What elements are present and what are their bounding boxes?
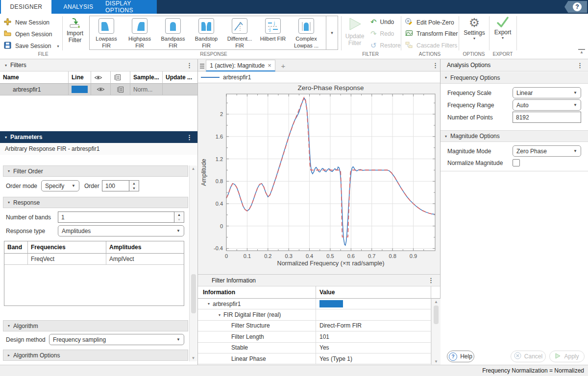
collapse-icon[interactable]: ▾ <box>5 63 7 68</box>
filter-info-row-value[interactable] <box>316 299 431 309</box>
design-method-dropdown[interactable]: Frequency sampling ▼ <box>49 334 184 345</box>
filter-info-row-value[interactable]: Yes <box>316 343 431 353</box>
filter-info-scrollbar[interactable]: ▲▼ <box>431 299 441 365</box>
chart-area[interactable]: 00.10.20.30.40.50.60.70.80.9-0.400.40.81… <box>198 83 440 274</box>
filter-info-col-information[interactable]: Information <box>198 286 316 299</box>
transform-filter-button[interactable]: Transform Filter <box>405 29 458 38</box>
tab-display-options[interactable]: DISPLAY OPTIONS <box>105 0 156 14</box>
normalize-magnitude-checkbox[interactable] <box>513 159 520 166</box>
filter-info-row-info[interactable]: ▾arbrespfir1 <box>198 299 316 309</box>
redo-button[interactable]: ↷ Redo <box>370 30 394 37</box>
tab-designer[interactable]: DESIGNER <box>1 0 51 14</box>
undo-button[interactable]: ↶ Undo <box>370 18 394 25</box>
response-item-highpass[interactable]: HighpassFIR <box>123 18 156 49</box>
algorithm-section-header[interactable]: ▾ Algorithm <box>3 320 188 331</box>
doc-menu-icon[interactable]: ⋮ <box>432 62 439 69</box>
restore-button[interactable]: ↺ Restore <box>370 42 401 49</box>
filter-info-col-value[interactable]: Value <box>316 286 431 299</box>
filters-menu-icon[interactable]: ⋮ <box>186 62 193 69</box>
filter-info-row-info[interactable]: ▾FIR Digital Filter (real) <box>198 309 316 320</box>
filter-info-row-info[interactable]: Filter Structure <box>198 321 316 331</box>
line-color-swatch[interactable] <box>72 86 88 93</box>
new-session-button[interactable]: New Session <box>4 18 49 27</box>
filters-col-header-4[interactable]: Sample... <box>130 71 163 84</box>
filter-info-row-info[interactable]: Filter Length <box>198 331 316 342</box>
response-section-header[interactable]: ▾ Response <box>3 197 188 208</box>
filter-info-row-info[interactable]: Stable <box>198 343 316 353</box>
save-session-button[interactable]: Save Session ▾ <box>4 42 59 50</box>
filters-col-header-0[interactable]: Name <box>0 71 69 84</box>
scroll-up-icon[interactable]: ▲ <box>190 166 197 171</box>
frequency-range-dropdown[interactable]: Auto ▼ <box>513 99 581 111</box>
scroll-down-icon[interactable]: ▼ <box>432 359 441 364</box>
response-item-bandstop[interactable]: BandstopFIR <box>190 18 223 49</box>
settings-button[interactable]: ⚙ Settings ▾ <box>460 16 489 50</box>
frequencies-cell[interactable]: FreqVect <box>28 254 106 265</box>
filter-info-row-value[interactable]: Yes (Type 1) <box>316 353 431 364</box>
save-session-caret-icon[interactable]: ▾ <box>57 44 59 48</box>
filters-col-header-2[interactable] <box>91 71 111 84</box>
response-item-bandpass[interactable]: BandpassFIR <box>156 18 190 49</box>
cancel-button[interactable]: Cancel <box>511 351 546 362</box>
update-filter-button[interactable]: Update Filter <box>342 17 368 49</box>
filters-row-cell-5[interactable] <box>163 84 197 95</box>
response-type-dropdown[interactable]: Amplitudes ▼ <box>58 225 184 236</box>
line-color-swatch[interactable] <box>319 300 343 307</box>
filters-row-cell-4[interactable]: Norm... <box>130 84 163 95</box>
filters-col-header-3[interactable] <box>111 71 130 84</box>
edit-pole-zero-button[interactable]: Edit Pole-Zero <box>405 18 454 27</box>
frequency-options-section-header[interactable]: ▾ Frequency Options <box>441 72 588 84</box>
amplitudes-cell[interactable]: AmplVect <box>106 254 184 265</box>
filters-col-header-5[interactable]: Update ... <box>163 71 197 84</box>
filter-info-row-value[interactable]: Direct-Form FIR <box>316 321 431 331</box>
analysis-options-menu-icon[interactable]: ⋮ <box>577 62 583 69</box>
open-session-button[interactable]: Open Session <box>4 30 52 38</box>
band-cell[interactable] <box>4 254 28 265</box>
response-item-lowpass[interactable]: LowpassFIR <box>90 18 123 49</box>
filters-row-cell-3[interactable] <box>111 84 130 95</box>
filters-row-cell-1[interactable] <box>69 84 91 95</box>
minimize-ribbon-button[interactable]: ▲ <box>578 49 585 55</box>
scroll-thumb[interactable] <box>191 274 196 313</box>
scroll-down-icon[interactable]: ▼ <box>190 356 197 360</box>
number-of-bands-input[interactable]: 1 <box>58 212 174 223</box>
stepper-up-icon[interactable]: ▲ <box>129 181 139 186</box>
import-filter-button[interactable]: Import Filter <box>65 18 85 49</box>
tree-collapse-icon[interactable]: ▾ <box>219 313 220 317</box>
close-icon[interactable]: × <box>268 62 271 69</box>
filters-row-cell-0[interactable]: arbrespfir1 <box>0 84 69 95</box>
export-button[interactable]: Export ▾ <box>490 16 515 50</box>
stepper-down-icon[interactable]: ▼ <box>174 217 184 223</box>
magnitude-options-section-header[interactable]: ▾ Magnitude Options <box>441 130 588 142</box>
filter-info-row-value[interactable] <box>316 309 431 320</box>
response-item-hilbert-fir[interactable]: j-jHilbert FIR <box>256 18 290 42</box>
filters-row-cell-2[interactable] <box>91 84 111 95</box>
new-doc-tab-button[interactable]: + <box>277 60 289 71</box>
filter-info-row-value[interactable]: 101 <box>316 331 431 342</box>
parameters-scrollbar[interactable]: ▲ ▼ <box>189 165 197 361</box>
response-item-different-[interactable]: Different...FIR <box>223 18 256 49</box>
filter-order-section-header[interactable]: ▾ Filter Order <box>3 165 188 177</box>
number-of-points-input[interactable]: 8192 <box>513 112 581 123</box>
doc-tab-active[interactable]: 1 (active): Magnitude × <box>206 60 275 71</box>
algorithm-options-section-header[interactable]: ▸ Algorithm Options <box>3 350 188 361</box>
stepper-up-icon[interactable]: ▲ <box>174 212 184 217</box>
order-mode-dropdown[interactable]: Specify ▼ <box>41 180 79 191</box>
bands-stepper[interactable]: ▲ ▼ <box>174 212 184 223</box>
order-input[interactable]: 100 <box>102 180 129 191</box>
tree-collapse-icon[interactable]: ▾ <box>208 302 210 306</box>
parameters-menu-icon[interactable]: ⋮ <box>186 134 193 141</box>
filter-info-menu-icon[interactable]: ⋮ <box>428 277 434 284</box>
help-tag[interactable]: ? <box>564 1 587 13</box>
help-button[interactable]: ? Help <box>447 351 474 362</box>
filter-info-row-info[interactable]: Linear Phase <box>198 353 316 364</box>
response-item-complex[interactable]: ComplexLowpas ... <box>290 18 323 49</box>
frequency-scale-dropdown[interactable]: Linear ▼ <box>513 87 581 98</box>
scroll-thumb[interactable] <box>434 306 439 324</box>
tab-analysis[interactable]: ANALYSIS <box>51 0 105 14</box>
magnitude-mode-dropdown[interactable]: Zero Phase ▼ <box>513 145 581 157</box>
order-stepper[interactable]: ▲ ▼ <box>129 180 139 191</box>
filters-col-header-1[interactable]: Line <box>69 71 91 84</box>
cascade-filters-button[interactable]: Cascade Filters <box>405 41 457 50</box>
doc-list-icon[interactable] <box>200 63 204 70</box>
